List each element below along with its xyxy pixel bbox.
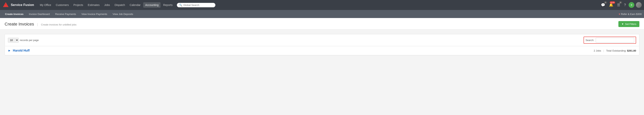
main-content: 10 25 50 100 records per page Search: ► … [0,30,644,60]
top-navigation: Service Fusion My Office Customers Proje… [0,0,644,10]
filter-icon: ▼ [622,23,624,25]
records-per-page-label: records per page [20,39,39,42]
page-title: Create Invoices [4,22,34,27]
search-label: Search: [586,39,594,42]
notifications-button[interactable]: 🔔 5125 [608,2,614,8]
nav-item-calendar[interactable]: Calendar [128,2,142,8]
notifications-badge: 5125 [610,1,615,4]
table-row: ► Harold Huff 2 Jobs | Total Outstanding… [5,46,639,55]
global-search-input[interactable] [184,4,213,6]
menu-button[interactable]: ☰ 0 [616,2,621,8]
svg-rect-2 [5,4,7,6]
nav-right-actions: 💬 0 🔔 5125 ☰ 0 ? + [600,2,642,8]
page-subtitle: Create invoices for unbilled jobs [41,23,76,26]
customer-name[interactable]: Harold Huff [13,49,30,52]
avatar[interactable] [636,2,642,8]
outstanding-value: $261.80 [627,49,636,52]
search-icon: 🔍 [179,4,182,6]
row-right: 2 Jobs | Total Outstanding: $261.80 [594,49,636,52]
subnav-receive-payments[interactable]: Receive Payments [52,11,79,17]
refer-earn-label: Refer & Earn $300 [621,13,642,15]
subnav-invoice-dashboard[interactable]: Invoice Dashboard [26,11,52,17]
table-controls: 10 25 50 100 records per page Search: [4,34,640,46]
nav-item-accounting[interactable]: Accounting [143,2,160,8]
sub-nav-right: ♥ Refer & Earn $300 [619,13,642,15]
row-left: ► Harold Huff [8,49,30,52]
chat-badge: 0 [604,1,607,4]
table-search-input[interactable] [596,38,634,43]
nav-item-estimates[interactable]: Estimates [86,2,102,8]
help-button[interactable]: ? [623,2,627,8]
chat-button[interactable]: 💬 0 [600,2,606,8]
page-header: Create Invoices | Create invoices for un… [0,18,644,30]
outstanding-label: Total Outstanding: [606,49,626,52]
subnav-view-job-deposits[interactable]: View Job Deposits [110,11,136,17]
global-search-box[interactable]: 🔍 [177,3,215,7]
row-separator: | [604,49,604,52]
set-filters-button[interactable]: ▼ Set Filters [618,21,640,27]
page-divider: | [37,23,38,26]
menu-badge: 0 [619,1,622,4]
subnav-create-invoices[interactable]: Create Invoices [2,11,26,17]
nav-item-dispatch[interactable]: Dispatch [112,2,127,8]
nav-item-projects[interactable]: Projects [72,2,85,8]
logo-text: Service Fusion [11,3,34,7]
avatar-image [636,2,642,8]
nav-item-myoffice[interactable]: My Office [38,2,53,8]
add-button[interactable]: + [628,2,634,8]
nav-item-customers[interactable]: Customers [54,2,71,8]
table-search-area: Search: [584,37,636,44]
set-filters-label: Set Filters [625,23,636,25]
sub-navigation: Create Invoices Invoice Dashboard Receiv… [0,10,644,18]
nav-item-jobs[interactable]: Jobs [102,2,112,8]
records-per-page-area: 10 25 50 100 records per page [8,38,39,43]
records-per-page-select[interactable]: 10 25 50 100 [8,38,19,43]
subnav-view-invoice-payments[interactable]: View Invoice Payments [79,11,110,17]
page-title-area: Create Invoices | Create invoices for un… [4,22,76,27]
refer-earn-button[interactable]: ♥ Refer & Earn $300 [619,13,642,15]
expand-icon[interactable]: ► [8,49,11,52]
heart-icon: ♥ [619,13,620,15]
data-table: ► Harold Huff 2 Jobs | Total Outstanding… [4,46,640,56]
logo-icon [2,1,9,8]
logo-area[interactable]: Service Fusion [2,1,34,8]
nav-item-reports[interactable]: Reports [161,2,174,8]
jobs-count: 2 Jobs [594,49,601,52]
